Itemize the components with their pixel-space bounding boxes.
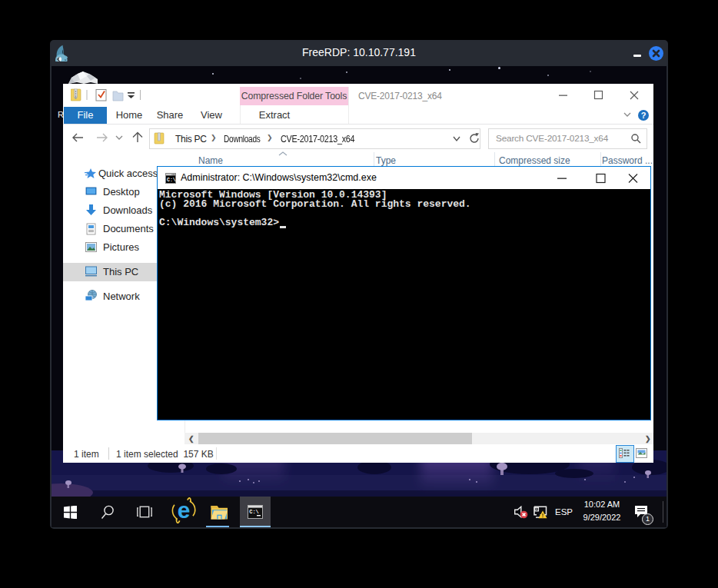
svg-text:C:\: C:\: [249, 509, 259, 515]
svg-text:C:\: C:\: [167, 178, 176, 183]
